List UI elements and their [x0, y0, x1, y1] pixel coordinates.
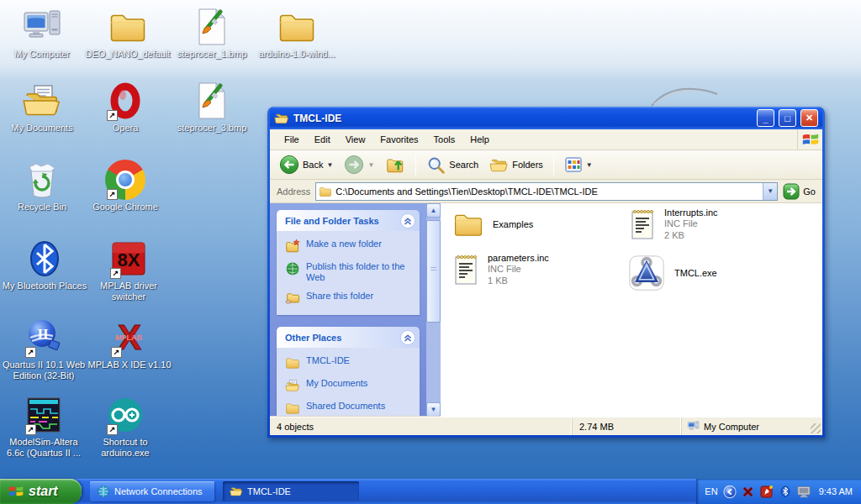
inc-file-icon	[629, 207, 656, 242]
hide-icons-chevron-icon[interactable]	[723, 485, 737, 498]
desktop-icon-opera[interactable]: ↗ Opera	[83, 81, 167, 134]
desktop-icon-arduino-folder[interactable]: arduino-1.0-wind...	[255, 7, 339, 60]
menu-file[interactable]: File	[277, 132, 307, 147]
inc-file-icon	[452, 252, 479, 287]
file-tile-interrupts-inc[interactable]: Interrupts.inc INC File 2 KB	[629, 207, 718, 242]
desktop-icon-google-chrome[interactable]: ↗ Google Chrome	[83, 160, 167, 213]
desktop-icon-recycle-bin[interactable]: Recycle Bin	[0, 160, 84, 213]
minimize-button[interactable]: _	[757, 109, 774, 127]
views-icon	[564, 155, 583, 174]
scroll-down-button[interactable]: ▼	[426, 402, 441, 417]
bmp-paint-file-icon	[192, 7, 232, 47]
bluetooth-tray-icon[interactable]	[779, 485, 792, 498]
folder-icon	[285, 355, 300, 370]
menu-tools[interactable]: Tools	[426, 132, 463, 147]
toolbar: Back ▼ ▼ Search Folders ▼	[270, 150, 822, 180]
desktop-icon-quartus[interactable]: ↗ Quartus II 10.1 Web Edition (32-Bit)	[0, 318, 87, 381]
window-title: TMCL-IDE	[293, 113, 753, 124]
go-button[interactable]: Go	[783, 183, 819, 200]
file-tile-parameters-inc[interactable]: parameters.inc INC File 1 KB	[452, 252, 549, 287]
other-places-my-documents[interactable]: My Documents	[285, 378, 415, 393]
window-folder-icon	[274, 111, 289, 126]
desktop-icon-label: steprocer_1.bmp	[177, 49, 247, 60]
go-icon	[783, 183, 800, 200]
back-button[interactable]: Back ▼	[275, 152, 337, 177]
acrobat-assistant-icon[interactable]	[760, 485, 774, 498]
tasks-panel: File and Folder Tasks Make a new folder …	[270, 203, 426, 417]
desktop-icon-my-documents[interactable]: My Documents	[0, 81, 84, 134]
address-input[interactable]: C:\Documents and Settings\Tien\Desktop\T…	[315, 182, 778, 201]
display-settings-icon[interactable]	[797, 485, 811, 498]
status-object-count: 4 objects	[270, 422, 572, 432]
up-button[interactable]	[381, 152, 409, 177]
views-dropdown-arrow[interactable]: ▼	[586, 161, 593, 169]
scrollbar-track[interactable]	[426, 218, 441, 402]
publish-folder-link[interactable]: Publish this folder to the Web	[285, 261, 415, 283]
file-tile-examples[interactable]: Examples	[452, 208, 533, 240]
collapse-chevron-icon[interactable]	[400, 330, 415, 345]
forward-button[interactable]: ▼	[340, 152, 378, 177]
shortcut-arrow-icon: ↗	[107, 110, 118, 121]
address-bar: Address C:\Documents and Settings\Tien\D…	[270, 180, 822, 203]
other-places-header[interactable]: Other Places	[277, 327, 420, 348]
title-bar[interactable]: TMCL-IDE _ □ ✕	[270, 107, 822, 129]
desktop-icon-label: ModelSim-Altera 6.6c (Quartus II ...	[0, 437, 87, 459]
file-list-area[interactable]: Examples Interrupts.inc INC File 2 KB pa…	[441, 203, 822, 417]
views-button[interactable]: ▼	[560, 153, 597, 176]
desktop-icon-label: Quartus II 10.1 Web Edition (32-Bit)	[0, 360, 87, 381]
search-button[interactable]: Search	[422, 153, 483, 177]
desktop-icon-mplab-driver-switcher[interactable]: ↗ MPLAB driver switcher	[87, 239, 171, 302]
menu-help[interactable]: Help	[462, 132, 497, 147]
desktop-icon-my-bluetooth-places[interactable]: My Bluetooth Places	[0, 239, 89, 291]
desktop-icon-mplab-x-ide[interactable]: ↗ MPLAB X IDE v1.10	[83, 318, 176, 370]
back-dropdown-arrow[interactable]: ▼	[326, 161, 333, 169]
driver-error-x-icon[interactable]	[742, 485, 755, 498]
taskpane-scrollbar[interactable]: ▲ ▼	[426, 203, 441, 417]
taskbar-item-network-connections[interactable]: Network Connections	[90, 481, 214, 501]
status-location: My Computer	[681, 417, 822, 435]
wallpaper-arc-doodle	[642, 82, 726, 109]
desktop-icon-label: Shortcut to arduino.exe	[83, 437, 167, 459]
desktop-icon-shortcut-arduino[interactable]: ↗ Shortcut to arduino.exe	[83, 395, 167, 459]
other-places-shared-documents[interactable]: Shared Documents	[285, 401, 415, 416]
start-button[interactable]: start	[0, 479, 82, 504]
file-folder-tasks-header[interactable]: File and Folder Tasks	[277, 210, 420, 231]
windows-logo-icon	[797, 129, 822, 150]
desktop-icon-label: My Bluetooth Places	[3, 281, 87, 291]
toolbar-separator	[415, 154, 416, 176]
desktop-icon-steprocer-1-bmp[interactable]: steprocer_1.bmp	[170, 7, 254, 60]
forward-dropdown-arrow: ▼	[367, 161, 374, 169]
make-new-folder-link[interactable]: Make a new folder	[285, 239, 415, 254]
maximize-button[interactable]: □	[779, 109, 796, 127]
desktop-icon-deo-nano-default[interactable]: DEO_NANO_default	[83, 7, 172, 60]
scrollbar-thumb[interactable]	[426, 220, 441, 323]
scroll-up-button[interactable]: ▲	[426, 203, 441, 218]
share-folder-link[interactable]: Share this folder	[285, 291, 415, 306]
desktop-icon-label: DEO_NANO_default	[86, 49, 171, 60]
bmp-paint-file-icon	[192, 81, 232, 121]
status-size: 2.74 MB	[572, 417, 681, 435]
desktop-icon-label: My Documents	[11, 123, 72, 134]
file-tile-tmcl-exe[interactable]: TMCL.exe	[627, 254, 717, 292]
folders-button[interactable]: Folders	[485, 153, 547, 177]
desktop-icon-my-computer[interactable]: My Computer	[0, 7, 84, 60]
toolbar-separator	[553, 154, 554, 176]
other-places-tmcl-ide[interactable]: TMCL-IDE	[285, 355, 415, 370]
close-button[interactable]: ✕	[800, 109, 818, 127]
taskbar-item-tmcl-ide[interactable]: TMCL-IDE	[223, 481, 359, 501]
language-indicator[interactable]: EN	[705, 486, 717, 496]
address-dropdown-button[interactable]: ▼	[763, 183, 777, 200]
menu-favorites[interactable]: Favorites	[372, 132, 425, 147]
explorer-window: TMCL-IDE _ □ ✕ File Edit View Favorites …	[267, 107, 825, 438]
windows-flag-icon	[8, 483, 24, 500]
my-computer-icon	[22, 7, 62, 47]
desktop-icon-modelsim[interactable]: ↗ ModelSim-Altera 6.6c (Quartus II ...	[0, 395, 87, 459]
taskbar: start Network Connections TMCL-IDE EN 9:…	[0, 479, 861, 504]
taskbar-clock[interactable]: 9:43 AM	[819, 486, 853, 496]
menu-view[interactable]: View	[338, 132, 373, 147]
collapse-chevron-icon[interactable]	[400, 213, 415, 228]
desktop-icon-steprocer-3-bmp[interactable]: steprocer_3.bmp	[170, 81, 254, 134]
menu-edit[interactable]: Edit	[307, 132, 338, 147]
shortcut-arrow-icon: ↗	[107, 189, 118, 200]
resize-grip[interactable]	[811, 423, 821, 433]
